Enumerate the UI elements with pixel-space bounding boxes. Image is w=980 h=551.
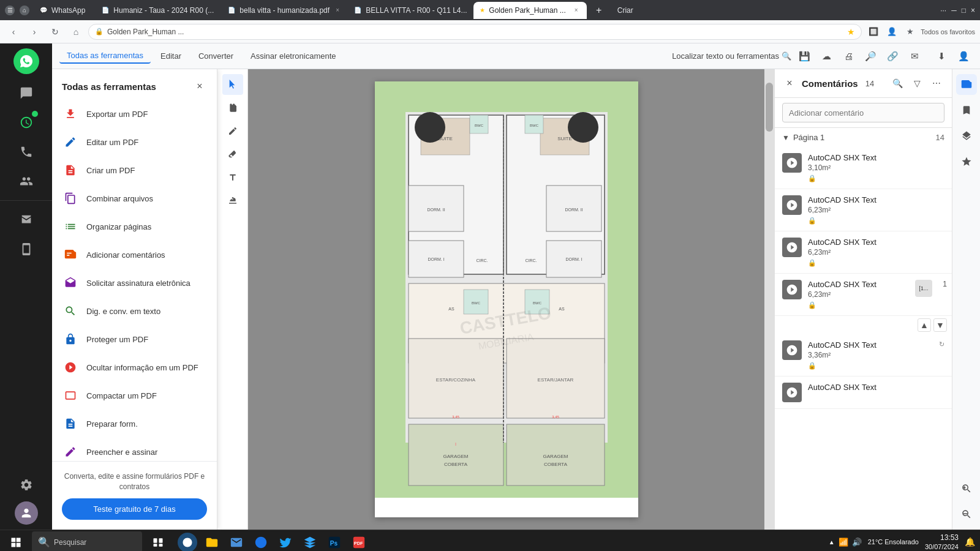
text-tool-btn[interactable] (222, 167, 243, 188)
tool-item-combine[interactable]: Combinar arquivos (57, 184, 212, 212)
taskbar-pdf[interactable]: PDF (348, 531, 370, 552)
wa-nav-chat[interactable] (13, 80, 39, 106)
tool-item-edit[interactable]: Editar um PDF (57, 128, 212, 156)
tab-humaniz[interactable]: 📄 Humaniz - Taua - 2024 R00 (... × (95, 2, 217, 19)
browser-menu-btn[interactable]: ☰ (5, 6, 15, 15)
comment-item-4[interactable]: AutoCAD SHX Text 6,23m² 🔒 [1... 1 (775, 274, 952, 316)
eraser-tool-btn[interactable] (222, 144, 243, 165)
rp-zoom-out-icon[interactable] (956, 504, 977, 525)
comment-search-input[interactable] (782, 103, 944, 122)
tool-item-fill-sign[interactable]: Preencher e assinar (57, 438, 212, 461)
tool-item-comments[interactable]: Adicionar comentários (57, 241, 212, 269)
wa-nav-status[interactable] (13, 110, 39, 135)
favorites-btn[interactable]: ★ (902, 24, 918, 40)
whatsapp-logo[interactable] (13, 48, 39, 74)
wa-nav-devices[interactable] (13, 236, 39, 262)
print-icon-btn[interactable]: 🖨 (839, 47, 858, 66)
upload-icon-btn[interactable]: ☁ (817, 47, 835, 66)
comment-item-1[interactable]: AutoCAD SHX Text 3,10m² 🔒 (775, 147, 952, 189)
address-box[interactable]: 🔒 Golden Park_Human ... ★ (88, 24, 862, 40)
select-tool-btn[interactable] (222, 74, 243, 95)
wa-user-avatar[interactable] (15, 501, 38, 525)
comment-item-3[interactable]: AutoCAD SHX Text 6,23m² 🔒 (775, 231, 952, 274)
expand-up-btn[interactable]: ▲ (918, 318, 931, 332)
new-tab-button[interactable]: + (590, 2, 608, 19)
tab-close-bella[interactable]: × (336, 6, 339, 15)
tool-panel-close-button[interactable]: × (192, 79, 207, 94)
more-tabs-btn[interactable]: ··· (940, 6, 946, 15)
comments-search-btn[interactable]: 🔍 (889, 75, 905, 91)
pdf-scroll-area[interactable]: SUITE SUITE BWC BWC (248, 69, 764, 530)
comment-item-6[interactable]: AutoCAD SHX Text (775, 377, 952, 409)
taskbar-lightroom[interactable] (299, 531, 321, 552)
pen-tool-btn[interactable] (222, 121, 243, 141)
expand-down-btn[interactable]: ▼ (933, 318, 947, 332)
reload-button[interactable]: ↻ (47, 23, 64, 40)
tab-whatsapp[interactable]: 💬 WhatsApp (33, 2, 91, 19)
taskbar-explorer[interactable] (201, 531, 223, 552)
comments-filter-btn[interactable]: ▽ (909, 75, 925, 91)
close-btn[interactable]: × (971, 6, 975, 15)
tab-close-golden[interactable]: × (572, 6, 581, 15)
comment-item-2[interactable]: AutoCAD SHX Text 6,23m² 🔒 (775, 189, 952, 231)
taskbar-notification-icon[interactable]: 🔔 (965, 537, 975, 547)
tool-item-compress[interactable]: Compactar um PDF (57, 381, 212, 410)
task-view-btn[interactable] (147, 531, 169, 552)
comment-refresh-5[interactable]: ↻ (939, 340, 944, 348)
toolbar-converter[interactable]: Converter (191, 49, 241, 63)
wa-nav-store[interactable] (13, 207, 39, 233)
profile-btn[interactable]: 👤 (884, 24, 900, 40)
tool-item-signature[interactable]: Solicitar assinatura eletrônica (57, 269, 212, 297)
back-button[interactable]: ‹ (5, 23, 22, 40)
maximize-btn[interactable]: □ (962, 6, 966, 15)
toolbar-edit[interactable]: Editar (153, 49, 189, 63)
browser-home-btn[interactable]: ⌂ (20, 6, 29, 15)
tab-golden-park[interactable]: ★ Golden Park_Human ... × (473, 2, 586, 19)
taskbar-twitter[interactable] (274, 531, 296, 552)
minimize-btn[interactable]: ─ (951, 6, 957, 15)
extensions-btn[interactable]: 🔲 (865, 24, 881, 40)
page-group-header[interactable]: ▼ Página 1 14 (775, 128, 952, 147)
tool-item-organize[interactable]: Organizar páginas (57, 212, 212, 241)
rp-bookmark-icon[interactable] (956, 100, 977, 121)
toolbar-sign[interactable]: Assinar eletronicamente (243, 49, 343, 63)
start-button[interactable] (5, 531, 27, 552)
taskbar-edge2[interactable] (250, 531, 272, 552)
mail-icon-btn[interactable]: ✉ (905, 47, 924, 66)
taskbar-mail[interactable] (225, 531, 247, 552)
tab-bella-vitta[interactable]: 📄 bella vitta - humanizada.pdf × (221, 2, 344, 19)
profile-icon-btn[interactable]: 👤 (954, 47, 973, 66)
taskbar-sound-icon[interactable]: 🔊 (852, 538, 862, 547)
forward-button[interactable]: › (26, 23, 43, 40)
tool-item-protect[interactable]: Proteger um PDF (57, 325, 212, 353)
rp-comments-icon[interactable] (956, 74, 977, 95)
tool-item-create[interactable]: Criar um PDF (57, 156, 212, 184)
taskbar-wifi-icon[interactable]: 📶 (839, 538, 848, 547)
hand-tool-btn[interactable] (222, 97, 243, 118)
toolbar-all-tools[interactable]: Todas as ferramentas (59, 48, 151, 64)
tab-bella-vitta-r00[interactable]: 📄 BELLA VITTA - R00 - Q11 L4... × (347, 2, 470, 19)
rp-layers-icon[interactable] (956, 126, 977, 146)
taskbar-arrow-icon[interactable]: ▲ (829, 539, 835, 545)
search-button[interactable]: Localizar texto ou ferramentas 🔍 (672, 51, 791, 61)
tool-item-export[interactable]: Exportar um PDF (57, 100, 212, 128)
stamp-tool-btn[interactable] (222, 190, 243, 211)
taskbar-photoshop[interactable]: Ps (323, 531, 345, 552)
trial-button[interactable]: Teste gratuito de 7 dias (62, 498, 207, 520)
comment-item-5[interactable]: AutoCAD SHX Text 3,36m² 🔒 ↻ (775, 334, 952, 377)
comments-close-button[interactable]: × (782, 76, 797, 91)
wa-settings[interactable] (13, 472, 39, 498)
search-taskbar-btn[interactable]: 🔍 Pesquisar (32, 531, 142, 552)
zoom-icon-btn[interactable]: 🔎 (861, 47, 880, 66)
save-icon-btn[interactable]: 💾 (795, 47, 813, 66)
tool-item-redact[interactable]: Ocultar informação em um PDF (57, 353, 212, 381)
wa-nav-calls[interactable] (13, 139, 39, 165)
pdf-scrollbar[interactable] (764, 69, 774, 530)
download-icon-btn[interactable]: ⬇ (932, 47, 951, 66)
rp-zoom-in-icon[interactable] (956, 478, 977, 499)
taskbar-edge[interactable] (178, 533, 197, 552)
tab-criar[interactable]: Criar (611, 2, 639, 19)
tool-item-ocr[interactable]: Dig. e conv. em texto (57, 297, 212, 325)
tool-item-form[interactable]: Preparar form. (57, 410, 212, 438)
link-icon-btn[interactable]: 🔗 (883, 47, 902, 66)
